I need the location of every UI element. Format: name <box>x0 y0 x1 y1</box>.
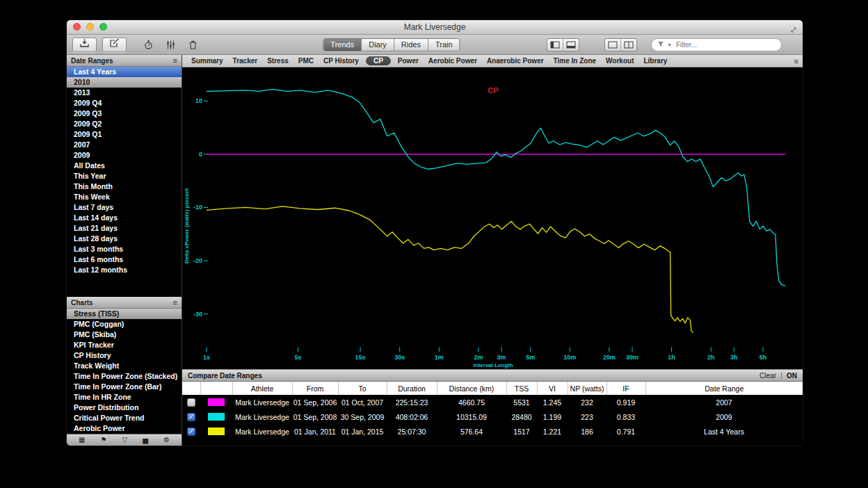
sidebar-item-2013[interactable]: 2013 <box>67 88 182 98</box>
sidebar-item-2009-q2[interactable]: 2009 Q2 <box>67 119 182 129</box>
compare-checkbox[interactable] <box>187 398 195 407</box>
filter-field[interactable]: ▼ <box>651 38 782 51</box>
chart-item-stress-tiss[interactable]: Stress (TISS) <box>67 309 182 319</box>
sidebar-item-2009-q3[interactable]: 2009 Q3 <box>67 108 182 119</box>
compare-header-controls: Clear ON <box>760 372 797 380</box>
segment-train[interactable]: Train <box>428 39 460 51</box>
compare-clear-button[interactable]: Clear <box>760 372 776 380</box>
download-icon <box>79 38 90 51</box>
cell-distance: 576.64 <box>437 424 506 439</box>
minimize-window-button[interactable] <box>86 23 94 31</box>
sidebar-item-this-year[interactable]: This Year <box>67 171 182 181</box>
single-view-button[interactable] <box>605 39 620 51</box>
menu-icon[interactable]: ≡ <box>173 57 177 64</box>
tab-workout[interactable]: Workout <box>601 55 638 67</box>
segment-diary[interactable]: Diary <box>362 39 394 51</box>
chart-item-critical-power-trend[interactable]: Critical Power Trend <box>67 413 182 423</box>
sidebar-item-2007[interactable]: 2007 <box>67 140 182 150</box>
table-row[interactable]: Mark Liversedge01 Sep, 200601 Oct, 20072… <box>182 395 803 409</box>
sidebar-item-last-21-days[interactable]: Last 21 days <box>67 223 182 234</box>
date-ranges-header: Date Ranges ≡ <box>67 55 182 67</box>
tab-stress[interactable]: Stress <box>262 55 294 67</box>
tab-anaerobic-power[interactable]: Anaerobic Power <box>482 55 549 67</box>
charts-list: Stress (TISS)PMC (Coggan)PMC (Skiba)KPI … <box>67 309 182 434</box>
svg-text:2h: 2h <box>707 354 714 361</box>
filter-input[interactable] <box>675 40 775 49</box>
trash-icon[interactable] <box>184 38 202 51</box>
col-if: IF <box>606 382 645 395</box>
sidebar-item-last-7-days[interactable]: Last 7 days <box>67 202 182 213</box>
tab-cp[interactable]: CP <box>366 56 391 65</box>
compare-checkbox[interactable]: ✓ <box>187 428 195 436</box>
chart-item-aerobic-power[interactable]: Aerobic Power <box>67 423 182 434</box>
tab-aerobic-power[interactable]: Aerobic Power <box>424 55 482 67</box>
chart-item-pmc-skiba[interactable]: PMC (Skiba) <box>67 330 182 340</box>
bookmark-icon[interactable]: ⚑ <box>101 434 107 446</box>
menu-icon[interactable]: ≡ <box>794 57 798 65</box>
segment-rides[interactable]: Rides <box>394 39 428 51</box>
close-window-button[interactable] <box>73 23 81 31</box>
tab-library[interactable]: Library <box>638 55 672 67</box>
color-swatch <box>208 428 225 435</box>
svg-text:30s: 30s <box>394 354 405 361</box>
stopwatch-icon[interactable] <box>139 38 157 51</box>
intervals-mixer-icon[interactable] <box>161 38 179 51</box>
sidebar-item-2009-q1[interactable]: 2009 Q1 <box>67 129 182 140</box>
table-icon[interactable]: ▦ <box>79 434 85 446</box>
chart-item-time-in-hr-zone[interactable]: Time In HR Zone <box>67 392 182 402</box>
chart-icon[interactable]: ▅ <box>143 434 148 446</box>
tab-cp-history[interactable]: CP History <box>319 55 364 67</box>
cp-chart[interactable]: CPInterval LengthDelta xPower (watts) pe… <box>182 67 803 369</box>
chart-item-kpi-tracker[interactable]: KPI Tracker <box>67 340 182 350</box>
gear-icon[interactable]: ⚙ <box>163 434 170 446</box>
cell-to: 01 Jan, 2015 <box>338 424 387 439</box>
cell-from: 01 Sep, 2006 <box>292 395 338 409</box>
table-row[interactable]: ✓Mark Liversedge01 Jan, 201101 Jan, 2015… <box>182 424 803 439</box>
chart-item-time-in-power-zone-stacked[interactable]: Time In Power Zone (Stacked) <box>67 371 182 382</box>
tiled-view-button[interactable] <box>620 39 636 51</box>
tab-time-in-zone[interactable]: Time In Zone <box>549 55 602 67</box>
sidebar-item-2010[interactable]: 2010 <box>67 77 182 88</box>
compose-button[interactable] <box>102 38 127 52</box>
sidebar-item-all-dates[interactable]: All Dates <box>67 161 182 171</box>
cell-date-range: 2009 <box>645 409 803 424</box>
toggle-left-sidebar-button[interactable] <box>547 39 563 51</box>
sidebar-item-last-3-months[interactable]: Last 3 months <box>67 244 182 254</box>
chart-item-time-in-power-zone-bar[interactable]: Time In Power Zone (Bar) <box>67 382 182 392</box>
chart-item-power-distribution[interactable]: Power Distribution <box>67 402 182 413</box>
sidebar-item-last-28-days[interactable]: Last 28 days <box>67 234 182 244</box>
sidebar-item-last-12-months[interactable]: Last 12 months <box>67 265 182 275</box>
cp-chart-area[interactable]: CPInterval LengthDelta xPower (watts) pe… <box>182 67 803 369</box>
tab-pmc[interactable]: PMC <box>294 55 319 67</box>
sidebar-item-this-week[interactable]: This Week <box>67 192 182 202</box>
view-segmented-control: TrendsDiaryRidesTrain <box>323 38 460 51</box>
svg-text:3h: 3h <box>730 354 737 361</box>
compare-on-toggle[interactable]: ON <box>787 372 797 380</box>
chart-item-pmc-coggan[interactable]: PMC (Coggan) <box>67 319 182 330</box>
toggle-bottom-panel-button[interactable] <box>563 39 579 51</box>
svg-text:0: 0 <box>199 151 202 158</box>
compare-checkbox[interactable]: ✓ <box>187 413 195 421</box>
cell-duration: 25:07:30 <box>387 424 437 439</box>
tab-power[interactable]: Power <box>393 55 424 67</box>
menu-icon[interactable]: ≡ <box>173 299 177 306</box>
svg-text:30m: 30m <box>626 354 638 361</box>
download-button[interactable] <box>72 38 97 52</box>
segment-trends[interactable]: Trends <box>323 39 362 51</box>
chart-item-track-weight[interactable]: Track Weight <box>67 361 182 371</box>
filter-icon[interactable]: ▽ <box>122 434 128 446</box>
sidebar-item-2009[interactable]: 2009 <box>67 150 182 161</box>
sidebar-item-2009-q4[interactable]: 2009 Q4 <box>67 98 182 108</box>
tab-tracker[interactable]: Tracker <box>228 55 263 67</box>
tab-summary[interactable]: Summary <box>186 55 228 67</box>
table-row[interactable]: ✓Mark Liversedge01 Sep, 200830 Sep, 2009… <box>182 409 803 424</box>
sidebar-item-last-6-months[interactable]: Last 6 months <box>67 254 182 265</box>
sidebar-item-last-14-days[interactable]: Last 14 days <box>67 213 182 223</box>
sidebar-item-last-4-years[interactable]: Last 4 Years <box>67 67 182 77</box>
zoom-window-button[interactable] <box>99 23 107 31</box>
sidebar-item-this-month[interactable]: This Month <box>67 181 182 192</box>
cell-if: 0.833 <box>606 409 645 424</box>
cell-np: 232 <box>568 395 606 409</box>
chart-item-cp-history[interactable]: CP History <box>67 350 182 361</box>
toolbar-right: ▼ <box>547 38 797 51</box>
